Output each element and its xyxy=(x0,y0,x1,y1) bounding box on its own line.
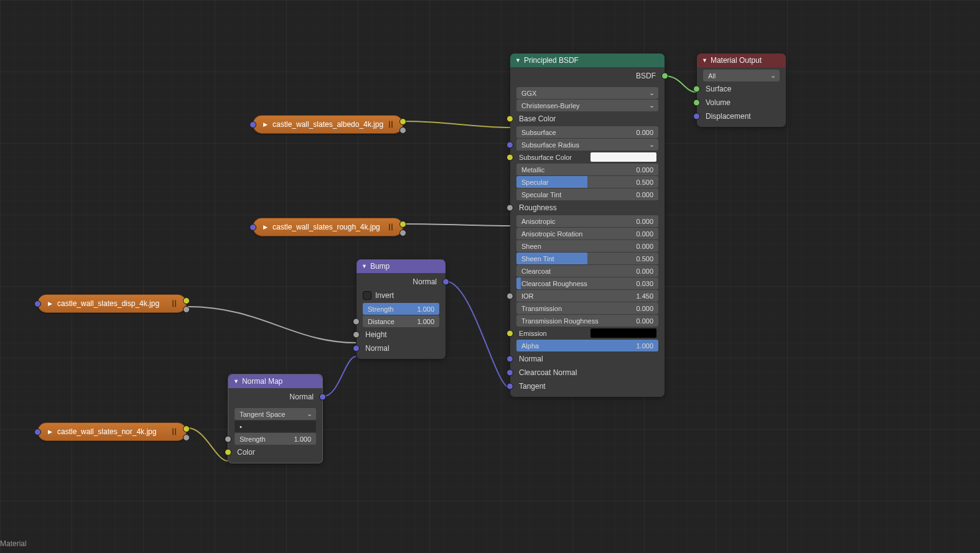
sheen-tint-field[interactable]: Sheen Tint0.500 xyxy=(516,253,658,264)
node-title: Material Output xyxy=(711,56,762,65)
material-output-node[interactable]: ▼ Material Output All Surface Volume Dis… xyxy=(697,53,786,127)
ior-socket[interactable] xyxy=(506,292,513,299)
normal-input-socket[interactable] xyxy=(353,345,360,352)
clearcoat-normal-row: Clearcoat Normal xyxy=(510,366,665,379)
color-output-socket[interactable] xyxy=(183,425,190,432)
collapse-icon: ▶ xyxy=(48,429,52,435)
subsurface-radius-socket[interactable] xyxy=(506,141,513,148)
status-text: Material xyxy=(0,539,27,548)
subsurface-color-socket[interactable] xyxy=(506,154,513,160)
collapse-icon: ▶ xyxy=(263,121,268,128)
alpha-field[interactable]: Alpha1.000 xyxy=(516,340,658,351)
principled-bsdf-node[interactable]: ▼ Principled BSDF BSDF GGX Christensen-B… xyxy=(510,53,665,397)
texture-label: castle_wall_slates_nor_4k.jpg xyxy=(57,427,156,436)
texture-label: castle_wall_slates_albedo_4k.jpg xyxy=(273,120,383,129)
normal-row: Normal xyxy=(357,342,446,355)
subsurface-radius-field[interactable]: Subsurface Radius xyxy=(516,139,658,151)
output-normal-row: Normal xyxy=(228,390,322,404)
texture-node-albedo[interactable]: ▶ castle_wall_slates_albedo_4k.jpg xyxy=(253,115,403,134)
strength-field[interactable]: Strength 1.000 xyxy=(363,303,439,315)
collapse-icon: ▼ xyxy=(233,378,239,384)
clearcoat-rough-field[interactable]: Clearcoat Roughness0.030 xyxy=(516,277,658,289)
collapse-icon: ▶ xyxy=(263,224,268,230)
color-output-socket[interactable] xyxy=(399,118,406,125)
texture-node-nor[interactable]: ▶ castle_wall_slates_nor_4k.jpg xyxy=(37,422,187,441)
alpha-output-socket[interactable] xyxy=(399,127,406,134)
texture-node-disp[interactable]: ▶ castle_wall_slates_disp_4k.jpg xyxy=(37,294,187,313)
color-output-socket[interactable] xyxy=(183,297,190,304)
strength-field[interactable]: Strength 1.000 xyxy=(235,433,316,445)
emission-field[interactable]: Emission xyxy=(519,327,658,339)
displacement-row: Displacement xyxy=(697,109,786,123)
sss-method-dropdown[interactable]: Christensen-Burley xyxy=(516,100,658,111)
specular-field[interactable]: Specular0.500 xyxy=(516,176,658,188)
anisotropic-field[interactable]: Anisotropic0.000 xyxy=(516,215,658,227)
alpha-output-socket[interactable] xyxy=(183,434,190,441)
vector-input-socket[interactable] xyxy=(250,121,256,128)
strength-input-socket[interactable] xyxy=(225,435,231,442)
alpha-output-socket[interactable] xyxy=(399,230,406,236)
output-bsdf-row: BSDF xyxy=(510,69,665,83)
ior-field[interactable]: IOR1.450 xyxy=(516,290,658,302)
subsurface-color-field[interactable]: Subsurface Color xyxy=(519,151,658,163)
target-dropdown[interactable]: All xyxy=(703,70,780,81)
height-input-socket[interactable] xyxy=(353,332,360,338)
bump-header[interactable]: ▼ Bump xyxy=(357,259,446,273)
clearcoat-normal-socket[interactable] xyxy=(506,369,513,376)
base-color-row: Base Color xyxy=(510,112,665,126)
collapse-icon: ▼ xyxy=(702,57,707,63)
color-output-socket[interactable] xyxy=(399,221,406,228)
node-title: Normal Map xyxy=(242,377,282,386)
base-color-socket[interactable] xyxy=(506,116,513,123)
normal-output-socket[interactable] xyxy=(319,394,326,401)
vector-input-socket[interactable] xyxy=(34,300,41,307)
bsdf-header[interactable]: ▼ Principled BSDF xyxy=(510,53,665,67)
displacement-socket[interactable] xyxy=(693,113,700,120)
node-title: Principled BSDF xyxy=(524,56,579,65)
normal-socket[interactable] xyxy=(506,356,513,363)
normal-map-node[interactable]: ▼ Normal Map Normal Tangent Space • Stre… xyxy=(228,374,323,463)
sheen-field[interactable]: Sheen0.000 xyxy=(516,240,658,252)
roughness-row: Roughness xyxy=(510,201,665,215)
color-row: Color xyxy=(228,445,322,459)
texture-node-rough[interactable]: ▶ castle_wall_slates_rough_4k.jpg xyxy=(253,218,403,236)
transmission-field[interactable]: Transmission0.000 xyxy=(516,302,658,314)
subsurface-field[interactable]: Subsurface0.000 xyxy=(516,126,658,138)
emission-socket[interactable] xyxy=(506,330,513,337)
clearcoat-field[interactable]: Clearcoat0.000 xyxy=(516,265,658,277)
distance-field[interactable]: Distance 1.000 xyxy=(363,315,439,327)
tangent-row: Tangent xyxy=(510,379,665,393)
specular-tint-field[interactable]: Specular Tint0.000 xyxy=(516,188,658,200)
node-title: Bump xyxy=(370,262,390,271)
distribution-dropdown[interactable]: GGX xyxy=(516,87,658,99)
normal-row: Normal xyxy=(510,352,665,366)
normal-map-header[interactable]: ▼ Normal Map xyxy=(228,374,322,388)
metallic-field[interactable]: Metallic0.000 xyxy=(516,164,658,175)
output-normal-row: Normal xyxy=(357,275,446,289)
color-input-socket[interactable] xyxy=(225,449,231,456)
surface-row: Surface xyxy=(697,82,786,96)
uvmap-field[interactable]: • xyxy=(235,421,316,432)
texture-label: castle_wall_slates_rough_4k.jpg xyxy=(273,223,380,231)
height-row: Height xyxy=(357,328,446,342)
alpha-output-socket[interactable] xyxy=(183,306,190,313)
bsdf-output-socket[interactable] xyxy=(661,73,668,80)
bump-node[interactable]: ▼ Bump Normal Invert Strength 1.000 Dist… xyxy=(357,259,446,359)
normal-output-socket[interactable] xyxy=(442,279,449,286)
invert-checkbox[interactable] xyxy=(363,291,371,300)
surface-socket[interactable] xyxy=(693,86,700,93)
volume-socket[interactable] xyxy=(693,100,700,106)
distance-input-socket[interactable] xyxy=(353,318,360,325)
vector-input-socket[interactable] xyxy=(250,224,256,231)
output-header[interactable]: ▼ Material Output xyxy=(697,53,786,67)
volume-row: Volume xyxy=(697,96,786,109)
roughness-socket[interactable] xyxy=(506,205,513,211)
collapse-icon: ▼ xyxy=(515,57,521,63)
collapse-icon: ▶ xyxy=(48,300,52,307)
aniso-rot-field[interactable]: Anisotropic Rotation0.000 xyxy=(516,228,658,239)
tangent-socket[interactable] xyxy=(506,383,513,390)
trans-rough-field[interactable]: Transmission Roughness0.000 xyxy=(516,315,658,327)
vector-input-socket[interactable] xyxy=(34,429,41,435)
space-dropdown[interactable]: Tangent Space xyxy=(235,408,316,420)
collapse-icon: ▼ xyxy=(362,263,367,269)
